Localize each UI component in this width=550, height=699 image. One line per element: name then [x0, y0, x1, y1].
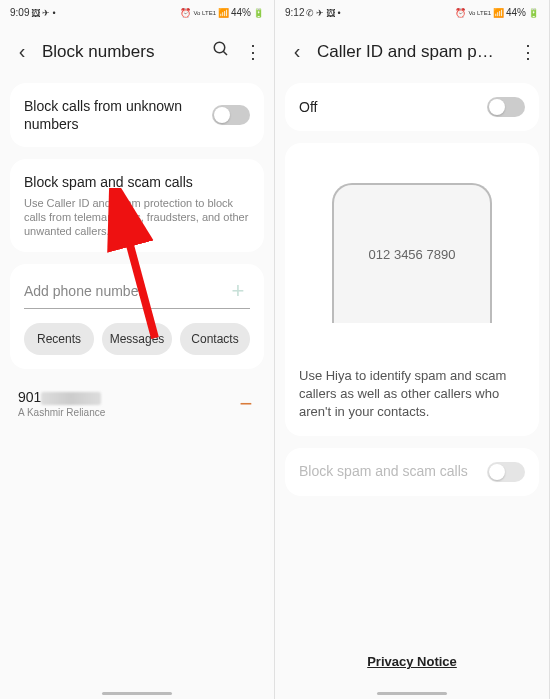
dot-icon: •: [52, 8, 55, 18]
block-spam-desc: Use Caller ID and spam protection to blo…: [24, 196, 250, 239]
battery-text: 44%: [506, 7, 526, 18]
chip-messages[interactable]: Messages: [102, 323, 172, 355]
screen-caller-id-spam: 9:12 ✆ ✈ 🖼 • ⏰ Vo LTE1 📶 44% 🔋 ‹ Caller …: [275, 0, 550, 699]
svg-line-1: [223, 51, 227, 55]
svg-point-0: [214, 42, 225, 53]
block-spam-title: Block spam and scam calls: [24, 173, 250, 191]
home-indicator: [377, 692, 447, 695]
volte-icon: Vo LTE1: [193, 10, 216, 16]
add-number-card: + Recents Messages Contacts: [10, 264, 264, 369]
status-bar: 9:12 ✆ ✈ 🖼 • ⏰ Vo LTE1 📶 44% 🔋: [275, 0, 549, 22]
home-indicator: [102, 692, 172, 695]
info-text: Use Hiya to identify spam and scam calle…: [299, 367, 525, 422]
whatsapp-icon: ✆: [306, 8, 314, 18]
block-unknown-toggle[interactable]: [212, 105, 250, 125]
blocked-number: 901: [18, 389, 236, 405]
add-number-input[interactable]: [24, 279, 226, 303]
signal-icon: 📶: [493, 8, 504, 18]
screen-block-numbers: 9:09 🖼 ✈ • ⏰ Vo LTE1 📶 44% 🔋 ‹ Block num…: [0, 0, 275, 699]
search-icon[interactable]: [212, 40, 230, 63]
block-spam-toggle-card: Block spam and scam calls: [285, 448, 539, 496]
status-time: 9:09: [10, 7, 29, 18]
signal-icon: 📶: [218, 8, 229, 18]
master-toggle[interactable]: [487, 97, 525, 117]
alarm-icon: ⏰: [455, 8, 466, 18]
phone-preview-card: 012 3456 7890: [285, 143, 539, 353]
send-icon: ✈: [42, 8, 50, 18]
battery-icon: 🔋: [253, 8, 264, 18]
status-bar: 9:09 🖼 ✈ • ⏰ Vo LTE1 📶 44% 🔋: [0, 0, 274, 22]
header: ‹ Block numbers ⋮: [0, 22, 274, 77]
alarm-icon: ⏰: [180, 8, 191, 18]
blocked-number-row: 901 A Kashmir Reliance −: [0, 375, 274, 432]
add-number-button[interactable]: +: [226, 278, 250, 304]
phone-mockup: 012 3456 7890: [332, 183, 492, 323]
back-button[interactable]: ‹: [287, 40, 307, 63]
header: ‹ Caller ID and spam p… ⋮: [275, 22, 549, 77]
block-unknown-title: Block calls from unknown numbers: [24, 97, 202, 133]
block-spam-toggle[interactable]: [487, 462, 525, 482]
off-label: Off: [299, 98, 317, 116]
info-card: Use Hiya to identify spam and scam calle…: [285, 353, 539, 436]
send-icon: ✈: [316, 8, 324, 18]
chip-recents[interactable]: Recents: [24, 323, 94, 355]
sample-number: 012 3456 7890: [369, 247, 456, 262]
block-unknown-card: Block calls from unknown numbers: [10, 83, 264, 147]
block-spam-card[interactable]: Block spam and scam calls Use Caller ID …: [10, 159, 264, 252]
blocked-label: A Kashmir Reliance: [18, 407, 236, 418]
battery-text: 44%: [231, 7, 251, 18]
redacted-number: [41, 392, 101, 405]
image-icon: 🖼: [326, 8, 335, 18]
image-icon: 🖼: [31, 8, 40, 18]
dot-icon: •: [337, 8, 340, 18]
chip-contacts[interactable]: Contacts: [180, 323, 250, 355]
block-spam-label: Block spam and scam calls: [299, 462, 468, 480]
more-icon[interactable]: ⋮: [519, 41, 537, 63]
off-toggle-card: Off: [285, 83, 539, 131]
page-title: Block numbers: [42, 42, 202, 62]
more-icon[interactable]: ⋮: [244, 41, 262, 63]
back-button[interactable]: ‹: [12, 40, 32, 63]
status-time: 9:12: [285, 7, 304, 18]
page-title: Caller ID and spam p…: [317, 42, 509, 62]
remove-blocked-button[interactable]: −: [236, 391, 256, 417]
privacy-notice-link[interactable]: Privacy Notice: [275, 634, 549, 699]
volte-icon: Vo LTE1: [468, 10, 491, 16]
battery-icon: 🔋: [528, 8, 539, 18]
